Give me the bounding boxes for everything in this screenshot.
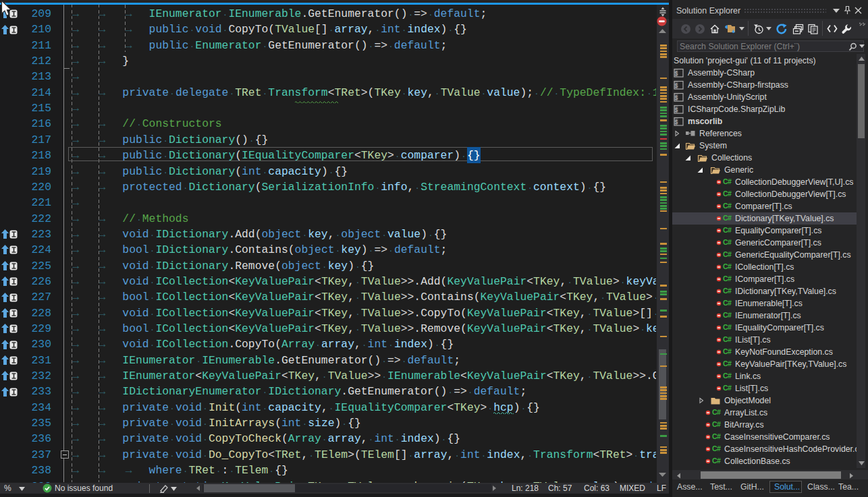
svg-text:$: $: [675, 82, 678, 88]
svg-text:$: $: [675, 118, 678, 125]
svg-text:$: $: [675, 69, 678, 76]
svg-text:$: $: [675, 106, 678, 113]
svg-text:$: $: [675, 94, 678, 100]
